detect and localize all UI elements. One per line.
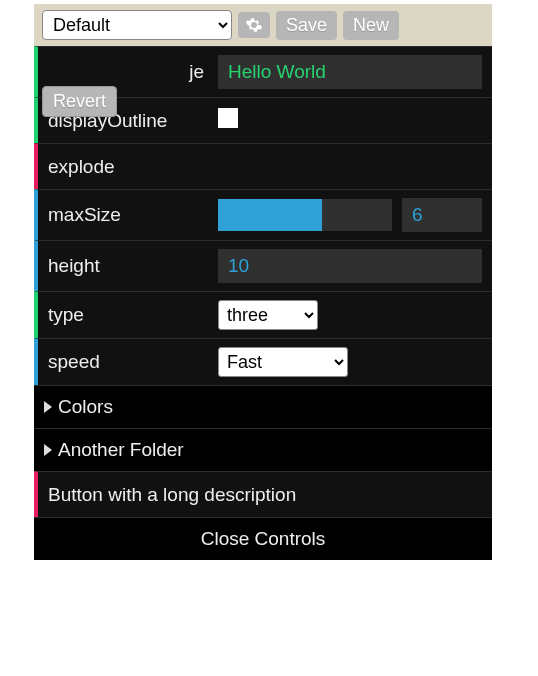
number-height[interactable] <box>218 249 482 283</box>
row-height: height <box>34 240 492 291</box>
chevron-right-icon <box>44 401 52 413</box>
select-speed[interactable]: Fast <box>218 347 348 377</box>
preset-bar: Default Save New <box>34 4 492 46</box>
row-speed: speed Fast <box>34 338 492 385</box>
folder-another[interactable]: Another Folder <box>34 428 492 471</box>
input-message[interactable] <box>218 55 482 89</box>
slider-fill-maxsize <box>218 199 322 231</box>
gear-icon <box>245 16 263 34</box>
folder-label-another: Another Folder <box>58 439 184 461</box>
label-type: type <box>48 304 218 326</box>
label-maxsize: maxSize <box>48 204 218 226</box>
row-explode[interactable]: explode <box>34 143 492 189</box>
chevron-right-icon <box>44 444 52 456</box>
folder-label-colors: Colors <box>58 396 113 418</box>
save-button[interactable]: Save <box>276 11 337 40</box>
preset-select[interactable]: Default <box>42 10 232 40</box>
close-controls[interactable]: Close Controls <box>34 517 492 560</box>
dat-gui-panel: Default Save New Revert messaje displayO… <box>34 4 492 560</box>
revert-button[interactable]: Revert <box>42 86 117 117</box>
row-long-button[interactable]: Button with a long description <box>34 471 492 517</box>
new-button[interactable]: New <box>343 11 399 40</box>
folder-colors[interactable]: Colors <box>34 385 492 428</box>
close-controls-label: Close Controls <box>201 528 326 549</box>
slider-maxsize[interactable] <box>218 199 392 231</box>
label-message: messaje <box>48 61 218 83</box>
number-maxsize[interactable] <box>402 198 482 232</box>
label-long-button: Button with a long description <box>48 484 296 506</box>
label-height: height <box>48 255 218 277</box>
label-speed: speed <box>48 351 218 373</box>
row-type: type three <box>34 291 492 338</box>
controls-list: messaje displayOutline explode maxSize <box>34 46 492 560</box>
row-maxsize: maxSize <box>34 189 492 240</box>
gear-button[interactable] <box>238 12 270 38</box>
checkbox-displayoutline[interactable] <box>218 108 238 128</box>
label-explode: explode <box>48 156 218 178</box>
select-type[interactable]: three <box>218 300 318 330</box>
